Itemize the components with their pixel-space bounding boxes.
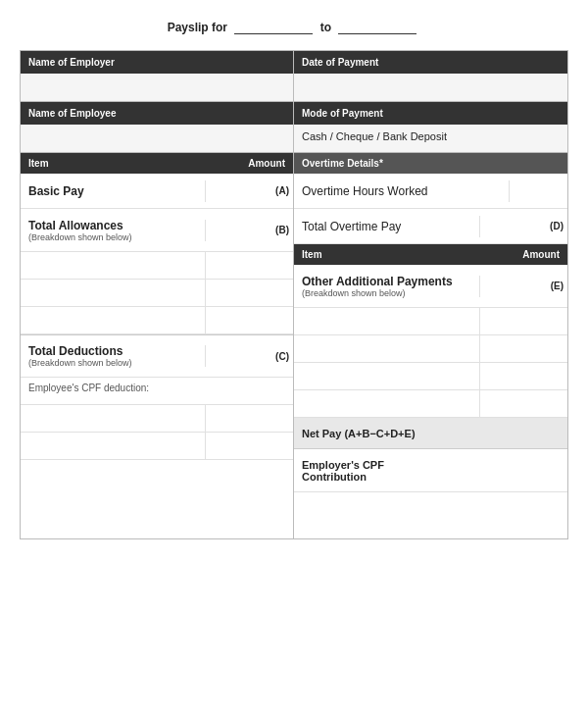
net-pay-label: Net Pay (A+B−C+D+E): [302, 428, 481, 439]
basic-pay-row: Basic Pay (A): [21, 174, 293, 209]
overtime-hours-row: Overtime Hours Worked: [294, 174, 567, 209]
employer-cpf-label: Employer's CPFContribution: [302, 459, 481, 483]
right-item-col: Item: [302, 249, 522, 260]
allowance-row-1: [21, 252, 293, 280]
cpf-label: Employee's CPF deduction:: [28, 383, 149, 393]
allowance-row-3: [21, 307, 293, 334]
other-payments-label: Other Additional Payments (Breakdown sho…: [294, 270, 479, 303]
mode-payment-header: Mode of Payment: [294, 102, 567, 125]
overtime-pay-label: Total Overtime Pay: [294, 215, 479, 238]
overtime-details-header: Overtime Details*: [294, 153, 567, 174]
other-row-1: [294, 308, 567, 335]
other-row-3: [294, 363, 567, 390]
right-amount-col: Amount: [522, 249, 560, 260]
employer-cpf-amount[interactable]: [481, 465, 560, 477]
total-deductions-row: Total Deductions (Breakdown shown below)…: [21, 334, 293, 378]
total-overtime-pay-row: Total Overtime Pay (D): [294, 209, 567, 244]
other-row-2: [294, 335, 567, 363]
cpf-row-1: [21, 405, 293, 433]
basic-pay-amount[interactable]: [205, 180, 264, 202]
amount-col-header: Amount: [248, 158, 285, 169]
other-payments-row: Other Additional Payments (Breakdown sho…: [294, 265, 567, 308]
item-col-header: Item: [28, 158, 248, 169]
mode-options-text: Cash / Cheque / Bank Deposit: [302, 130, 447, 142]
right-table-header: Item Amount: [294, 244, 567, 265]
basic-pay-code: (A): [264, 180, 293, 201]
overtime-hours-label: Overtime Hours Worked: [294, 179, 509, 203]
total-allowances-row: Total Allowances (Breakdown shown below)…: [21, 209, 293, 252]
allowance-row-2: [21, 280, 293, 307]
cpf-row-2: [21, 433, 293, 460]
right-bottom-spacer: [294, 492, 567, 522]
total-allowances-code: (B): [264, 220, 293, 240]
employer-cpf-row: Employer's CPFContribution: [294, 449, 567, 492]
left-table-header: Item Amount: [21, 153, 293, 174]
overtime-pay-amount[interactable]: [479, 216, 538, 237]
other-payments-sub: (Breakdown shown below): [302, 288, 471, 298]
total-allowances-label: Total Allowances (Breakdown shown below): [21, 214, 205, 247]
date-payment-header: Date of Payment: [294, 51, 567, 74]
employee-header: Name of Employee: [21, 102, 293, 125]
deductions-sub: (Breakdown shown below): [28, 358, 197, 368]
net-pay-amount[interactable]: [481, 428, 560, 439]
other-payments-amount[interactable]: [479, 276, 538, 297]
employer-field[interactable]: [21, 74, 293, 101]
left-bottom-spacer: [21, 460, 293, 538]
other-row-4: [294, 390, 567, 418]
cpf-row: Employee's CPF deduction:: [21, 378, 293, 405]
employee-field[interactable]: [21, 125, 293, 152]
overtime-pay-code: (D): [538, 216, 567, 236]
total-allowances-amount[interactable]: [205, 220, 264, 241]
date-payment-field[interactable]: [294, 74, 567, 101]
payslip-title: Payslip for to: [20, 20, 568, 34]
basic-pay-label: Basic Pay: [21, 179, 205, 203]
mode-payment-field: Cash / Cheque / Bank Deposit: [294, 125, 567, 152]
overtime-hours-amount[interactable]: [509, 180, 567, 202]
employer-header: Name of Employer: [21, 51, 293, 74]
total-deductions-amount[interactable]: [205, 345, 264, 367]
allowances-sub: (Breakdown shown below): [28, 232, 197, 242]
total-deductions-label: Total Deductions (Breakdown shown below): [21, 339, 205, 373]
payslip-for-label: Payslip for: [168, 21, 227, 34]
deductions-code: (C): [264, 346, 293, 367]
other-payments-code: (E): [538, 276, 567, 296]
net-pay-row: Net Pay (A+B−C+D+E): [294, 418, 567, 449]
to-label: to: [320, 21, 331, 34]
